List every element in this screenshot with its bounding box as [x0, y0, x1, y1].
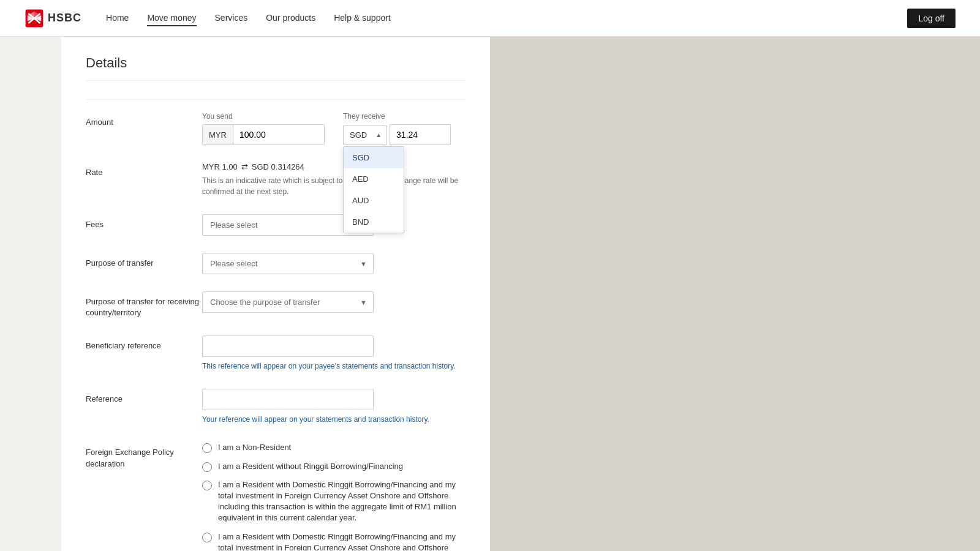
- radio-input-2[interactable]: [202, 462, 212, 472]
- purpose-select[interactable]: Please select: [203, 253, 354, 274]
- beneficiary-ref-label: Beneficiary reference: [86, 335, 202, 351]
- purpose-select-wrapper[interactable]: Please select ▼: [202, 253, 374, 274]
- currency-option-bnd[interactable]: BND: [344, 211, 404, 233]
- receive-currency-chevron-icon[interactable]: ▲: [371, 127, 386, 143]
- hsbc-text: HSBC: [48, 12, 81, 24]
- fx-policy-label: Foreign Exchange Policy declaration: [86, 442, 202, 469]
- currency-option-aud[interactable]: AUD: [344, 190, 404, 211]
- radio-item-3[interactable]: I am a Resident with Domestic Ringgit Bo…: [202, 479, 466, 524]
- receive-amount-input[interactable]: [390, 124, 451, 145]
- purpose-country-select-wrapper[interactable]: Choose the purpose of transfer ▼: [202, 291, 374, 313]
- you-send-label: You send: [202, 112, 325, 121]
- beneficiary-ref-row: Beneficiary reference This reference wil…: [86, 335, 466, 372]
- nav-services[interactable]: Services: [215, 10, 248, 26]
- rate-note: This is an indicative rate which is subj…: [202, 175, 466, 197]
- purpose-country-chevron-icon: ▼: [354, 299, 373, 306]
- logo: HSBC: [24, 9, 81, 28]
- nav-move-money[interactable]: Move money: [147, 10, 196, 26]
- receive-currency-label: SGD: [344, 126, 371, 144]
- amount-row: Amount You send MYR They receive: [86, 112, 466, 145]
- main-content: Details Amount You send MYR: [61, 37, 490, 551]
- they-receive-label: They receive: [343, 112, 466, 121]
- currency-option-sgd[interactable]: SGD: [344, 147, 404, 168]
- rate-control: MYR 1.00 ⇄ SGD 0.314264 This is an indic…: [202, 162, 466, 197]
- nav-help-support[interactable]: Help & support: [334, 10, 391, 26]
- beneficiary-ref-input[interactable]: [202, 335, 374, 357]
- rate-label: Rate: [86, 162, 202, 178]
- reference-input[interactable]: [202, 389, 374, 410]
- currency-dropdown: SGD AED AUD BND: [343, 146, 404, 233]
- navbar: HSBC Home Move money Services Our produc…: [0, 0, 980, 37]
- amount-control: You send MYR They receive SGD ▲: [202, 112, 466, 145]
- reference-label: Reference: [86, 389, 202, 405]
- rate-row: Rate MYR 1.00 ⇄ SGD 0.314264 This is an …: [86, 162, 466, 197]
- you-send-group: You send MYR: [202, 112, 325, 145]
- purpose-country-label: Purpose of transfer for receiving countr…: [86, 291, 202, 318]
- send-currency-prefix: MYR: [203, 125, 233, 144]
- purpose-row: Purpose of transfer Please select ▼: [86, 253, 466, 274]
- reference-control: Your reference will appear on your state…: [202, 389, 466, 425]
- receive-currency-select[interactable]: SGD ▲: [343, 125, 387, 145]
- nav-our-products[interactable]: Our products: [266, 10, 315, 26]
- fx-policy-control: I am a Non-Resident I am a Resident with…: [202, 442, 466, 551]
- hsbc-logo: HSBC: [24, 9, 81, 28]
- receive-group: SGD ▲ SGD AED AUD BND: [343, 124, 466, 145]
- reference-note: Your reference will appear on your state…: [202, 414, 466, 425]
- radio-label-2: I am a Resident without Ringgit Borrowin…: [218, 461, 403, 472]
- radio-item-2[interactable]: I am a Resident without Ringgit Borrowin…: [202, 461, 466, 472]
- radio-input-3[interactable]: [202, 481, 212, 490]
- rate-text: MYR 1.00 ⇄ SGD 0.314264: [202, 162, 466, 171]
- purpose-control: Please select ▼: [202, 253, 466, 274]
- purpose-label: Purpose of transfer: [86, 253, 202, 269]
- radio-item-1[interactable]: I am a Non-Resident: [202, 442, 466, 453]
- fees-select[interactable]: Please select: [203, 215, 354, 235]
- fx-policy-row: Foreign Exchange Policy declaration I am…: [86, 442, 466, 551]
- send-input-wrapper: MYR: [202, 124, 325, 145]
- reference-row: Reference Your reference will appear on …: [86, 389, 466, 425]
- divider: [86, 99, 466, 100]
- they-receive-group: They receive SGD ▲ SGD AED AUD: [343, 112, 466, 145]
- nav-home[interactable]: Home: [106, 10, 129, 26]
- radio-label-3: I am a Resident with Domestic Ringgit Bo…: [218, 479, 466, 524]
- radio-item-4[interactable]: I am a Resident with Domestic Ringgit Bo…: [202, 531, 466, 552]
- rate-from: MYR 1.00: [202, 162, 238, 171]
- currency-option-aed[interactable]: AED: [344, 168, 404, 190]
- rate-value: SGD 0.314264: [252, 162, 304, 171]
- sidebar-right: [490, 37, 980, 551]
- amount-section: You send MYR They receive SGD ▲: [202, 112, 466, 145]
- sidebar-left: [0, 37, 61, 551]
- purpose-country-control: Choose the purpose of transfer ▼: [202, 291, 466, 313]
- nav-links: Home Move money Services Our products He…: [106, 10, 907, 26]
- page-title: Details: [86, 55, 466, 81]
- beneficiary-ref-note: This reference will appear on your payee…: [202, 361, 466, 372]
- page-wrapper: Details Amount You send MYR: [0, 37, 980, 551]
- purpose-country-select[interactable]: Choose the purpose of transfer: [203, 292, 354, 312]
- radio-input-4[interactable]: [202, 533, 212, 542]
- rate-suffix: 4264: [287, 162, 304, 171]
- radio-group: I am a Non-Resident I am a Resident with…: [202, 442, 466, 551]
- fees-row: Fees Please select ▼: [86, 214, 466, 236]
- send-amount-input[interactable]: [233, 125, 324, 144]
- fees-label: Fees: [86, 214, 202, 230]
- radio-input-1[interactable]: [202, 443, 212, 453]
- hsbc-logo-icon: [24, 9, 44, 28]
- logout-button[interactable]: Log off: [907, 9, 956, 28]
- radio-label-1: I am a Non-Resident: [218, 442, 291, 453]
- radio-label-4: I am a Resident with Domestic Ringgit Bo…: [218, 531, 466, 552]
- beneficiary-ref-control: This reference will appear on your payee…: [202, 335, 466, 372]
- fees-control: Please select ▼: [202, 214, 466, 236]
- purpose-chevron-icon: ▼: [354, 260, 373, 268]
- purpose-country-row: Purpose of transfer for receiving countr…: [86, 291, 466, 318]
- rate-arrow-icon: ⇄: [241, 162, 248, 171]
- amount-label: Amount: [86, 112, 202, 128]
